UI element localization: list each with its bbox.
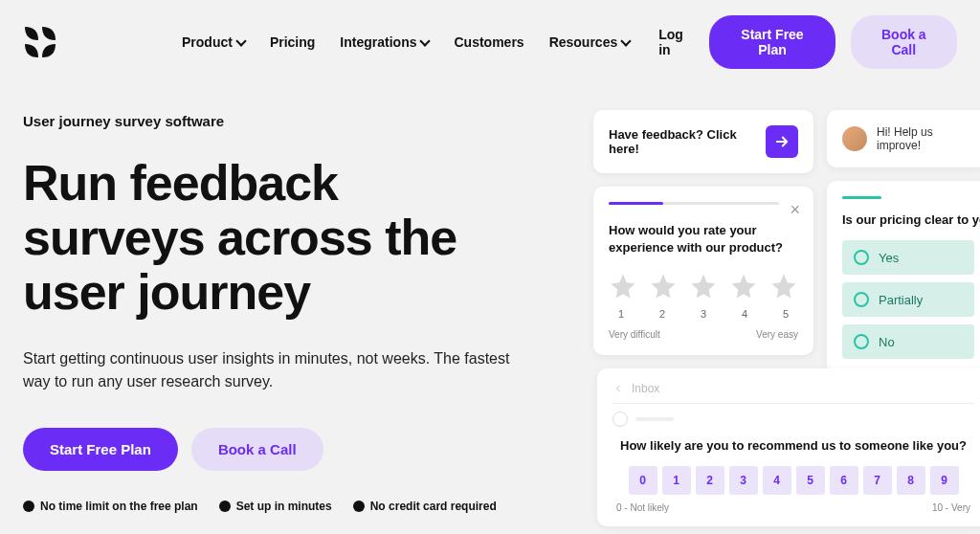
feature-item: No time limit on the free plan [23, 500, 198, 513]
arrow-right-icon [773, 133, 791, 150]
feature-item: Set up in minutes [219, 500, 332, 513]
option-label: No [879, 335, 895, 349]
option-yes[interactable]: Yes [842, 240, 974, 275]
arrow-left-icon [612, 383, 624, 394]
nps-0[interactable]: 0 [629, 466, 657, 495]
nav-item-resources[interactable]: Resources [549, 34, 631, 50]
arrow-button[interactable] [766, 125, 798, 158]
feature-text: No time limit on the free plan [40, 500, 198, 513]
close-icon[interactable]: × [790, 200, 800, 220]
check-icon [219, 501, 231, 512]
inbox-label: Inbox [632, 382, 659, 395]
high-label: 10 - Very [932, 502, 970, 513]
check-icon [353, 501, 365, 512]
option-no[interactable]: No [842, 324, 974, 359]
nps-4[interactable]: 4 [763, 466, 791, 495]
help-text: Hi! Help us improve! [877, 125, 974, 152]
nps-widget: Inbox How likely are you to recommend us… [597, 368, 980, 526]
nav-item-customers[interactable]: Customers [454, 34, 523, 50]
nps-9[interactable]: 9 [930, 466, 959, 495]
hero: User journey survey software Run feedbac… [23, 113, 521, 513]
start-free-plan-button[interactable]: Start Free Plan [709, 15, 835, 69]
nav-item-pricing[interactable]: Pricing [270, 34, 315, 50]
feature-text: Set up in minutes [236, 500, 332, 513]
progress-bar [842, 196, 881, 199]
feature-item: No credit card required [353, 500, 497, 513]
cta-row: Start Free Plan Book a Call [23, 428, 521, 471]
rating-question: How would you rate your experience with … [609, 222, 798, 256]
login-link[interactable]: Log in [658, 27, 694, 57]
num: 3 [701, 308, 706, 320]
nav-item-integrations[interactable]: Integrations [340, 34, 429, 50]
radio-icon [854, 250, 869, 265]
nav-label: Pricing [270, 34, 315, 50]
skeleton-circle [612, 412, 628, 427]
chevron-down-icon [420, 35, 431, 46]
nps-6[interactable]: 6 [830, 466, 858, 495]
option-label: Yes [879, 251, 899, 265]
nav-label: Resources [549, 34, 618, 50]
high-label: Very easy [756, 329, 798, 340]
radio-icon [854, 292, 869, 307]
star-4[interactable] [729, 272, 758, 300]
check-icon [23, 501, 34, 512]
headline: Run feedback surveys across the user jou… [23, 156, 521, 321]
star-2[interactable] [649, 272, 678, 300]
nps-8[interactable]: 8 [897, 466, 925, 495]
feature-text: No credit card required [370, 500, 497, 513]
radio-icon [854, 334, 869, 349]
pricing-widget: Is our pricing clear to you Yes Partiall… [827, 181, 980, 374]
low-label: Very difficult [609, 329, 660, 340]
nps-scale: 0 1 2 3 4 5 6 7 8 9 [612, 466, 974, 495]
num: 2 [659, 308, 665, 320]
chevron-down-icon [621, 35, 632, 46]
skeleton-row [612, 412, 974, 427]
start-free-plan-button[interactable]: Start Free Plan [23, 428, 178, 471]
nav-item-product[interactable]: Product [182, 34, 245, 50]
avatar [842, 126, 867, 151]
widget-showcase: Have feedback? Click here! × How would y… [593, 110, 980, 374]
option-list: Yes Partially No [842, 240, 974, 359]
nps-3[interactable]: 3 [729, 466, 758, 495]
nps-7[interactable]: 7 [863, 466, 892, 495]
num: 5 [783, 308, 789, 320]
eyebrow-text: User journey survey software [23, 113, 521, 129]
feedback-widget[interactable]: Have feedback? Click here! [593, 110, 813, 173]
skeleton-line [635, 417, 674, 421]
progress-bar [609, 202, 779, 205]
num: 4 [742, 308, 747, 320]
book-a-call-button[interactable]: Book a Call [191, 428, 323, 471]
rating-widget: × How would you rate your experience wit… [593, 187, 813, 355]
nav-label: Integrations [340, 34, 416, 50]
feedback-text: Have feedback? Click here! [609, 127, 754, 156]
chevron-down-icon [235, 35, 246, 46]
subheadline: Start getting continuous user insights i… [23, 347, 521, 393]
nps-question: How likely are you to recommend us to so… [612, 438, 974, 453]
low-label: 0 - Not likely [616, 502, 669, 513]
option-label: Partially [879, 293, 923, 307]
rating-labels: Very difficult Very easy [609, 329, 798, 340]
star-5[interactable] [769, 272, 798, 300]
header: Product Pricing Integrations Customers R… [0, 0, 980, 84]
nps-labels: 0 - Not likely 10 - Very [612, 502, 974, 513]
inbox-header: Inbox [612, 382, 974, 404]
star-1[interactable] [609, 272, 637, 300]
nav-label: Customers [454, 34, 523, 50]
nps-5[interactable]: 5 [796, 466, 825, 495]
star-numbers: 1 2 3 4 5 [609, 308, 798, 320]
pricing-question: Is our pricing clear to you [842, 212, 974, 227]
logo[interactable] [23, 25, 57, 59]
book-a-call-button[interactable]: Book a Call [851, 15, 957, 69]
main-nav: Product Pricing Integrations Customers R… [182, 34, 630, 50]
nps-2[interactable]: 2 [696, 466, 724, 495]
nav-label: Product [182, 34, 233, 50]
num: 1 [618, 308, 624, 320]
nps-1[interactable]: 1 [662, 466, 691, 495]
star-rating [609, 272, 798, 300]
help-widget[interactable]: Hi! Help us improve! [827, 110, 980, 167]
option-partially[interactable]: Partially [842, 282, 974, 317]
feature-list: No time limit on the free plan Set up in… [23, 500, 521, 513]
star-3[interactable] [689, 272, 718, 300]
header-actions: Log in Start Free Plan Book a Call [658, 15, 957, 69]
